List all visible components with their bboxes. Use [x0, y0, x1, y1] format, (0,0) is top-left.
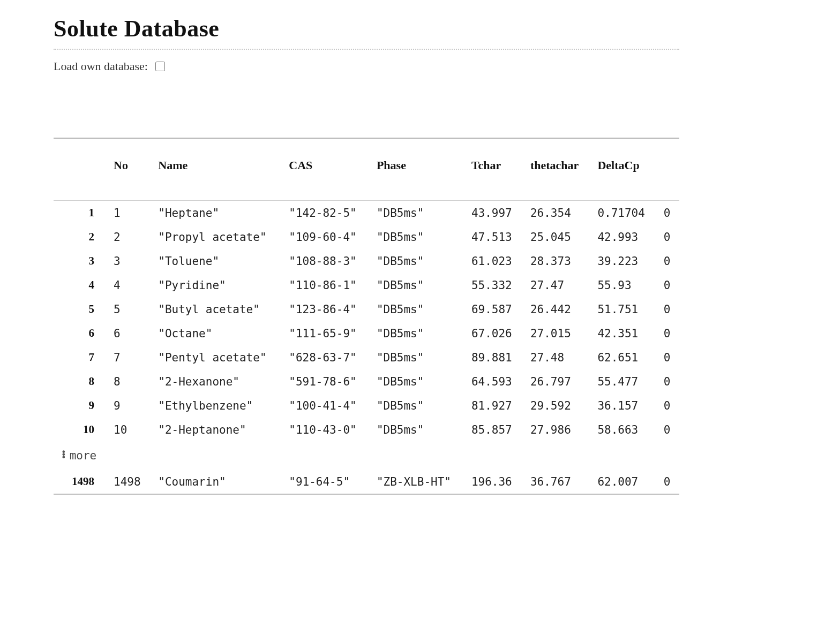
- cell-no: 10: [106, 418, 151, 442]
- table-more-row[interactable]: •••more: [54, 442, 679, 470]
- col-header-tchar[interactable]: Tchar: [464, 139, 523, 201]
- cell-no: 6: [106, 321, 151, 345]
- cell-tchar: 81.927: [464, 394, 523, 418]
- cell-tchar: 64.593: [464, 369, 523, 394]
- cell-deltacp: 51.751: [590, 297, 656, 321]
- page: Solute Database Load own database: No Na…: [0, 0, 733, 516]
- cell-extra: 0: [656, 297, 679, 321]
- cell-no: 4: [106, 273, 151, 297]
- cell-phase: "DB5ms": [369, 418, 464, 442]
- cell-no: 1: [106, 201, 151, 225]
- table-more-cell[interactable]: •••more: [54, 442, 679, 470]
- load-own-database-label: Load own database:: [54, 59, 148, 73]
- cell-thetachar: 26.442: [523, 297, 590, 321]
- table-bottom-rule: [54, 494, 679, 495]
- vertical-ellipsis-icon: •••: [61, 451, 66, 459]
- table-row: 66"Octane""111-65-9""DB5ms"67.02627.0154…: [54, 321, 679, 345]
- col-header-index: [54, 139, 106, 201]
- cell-no: 3: [106, 249, 151, 273]
- table-row: 88"2-Hexanone""591-78-6""DB5ms"64.59326.…: [54, 369, 679, 394]
- cell-phase: "DB5ms": [369, 369, 464, 394]
- cell-name: "Pyridine": [151, 273, 281, 297]
- cell-thetachar: 27.48: [523, 345, 590, 369]
- title-separator: [54, 49, 679, 50]
- cell-extra: 0: [656, 418, 679, 442]
- cell-deltacp: 36.157: [590, 394, 656, 418]
- cell-extra: 0: [656, 345, 679, 369]
- cell-cas: "111-65-9": [281, 321, 369, 345]
- cell-name: "Pentyl acetate": [151, 345, 281, 369]
- row-index: 2: [54, 225, 106, 249]
- cell-no: 8: [106, 369, 151, 394]
- cell-tchar: 61.023: [464, 249, 523, 273]
- cell-extra: 0: [656, 249, 679, 273]
- load-own-database-control: Load own database:: [54, 59, 679, 73]
- cell-phase: "DB5ms": [369, 394, 464, 418]
- cell-name: "Coumarin": [151, 470, 281, 494]
- cell-name: "Octane": [151, 321, 281, 345]
- table-header: No Name CAS Phase Tchar thetachar DeltaC…: [54, 139, 679, 201]
- cell-phase: "DB5ms": [369, 273, 464, 297]
- cell-tchar: 69.587: [464, 297, 523, 321]
- cell-cas: "109-60-4": [281, 225, 369, 249]
- cell-deltacp: 55.477: [590, 369, 656, 394]
- cell-name: "2-Heptanone": [151, 418, 281, 442]
- cell-deltacp: 55.93: [590, 273, 656, 297]
- cell-cas: "123-86-4": [281, 297, 369, 321]
- col-header-deltacp[interactable]: DeltaCp: [590, 139, 656, 201]
- col-header-phase[interactable]: Phase: [369, 139, 464, 201]
- more-label[interactable]: more: [70, 449, 97, 462]
- cell-cas: "91-64-5": [281, 470, 369, 494]
- row-index: 3: [54, 249, 106, 273]
- cell-tchar: 196.36: [464, 470, 523, 494]
- row-index: 1498: [54, 470, 106, 494]
- cell-deltacp: 0.71704: [590, 201, 656, 225]
- row-index: 4: [54, 273, 106, 297]
- cell-phase: "DB5ms": [369, 297, 464, 321]
- cell-deltacp: 42.351: [590, 321, 656, 345]
- cell-phase: "DB5ms": [369, 345, 464, 369]
- cell-name: "Propyl acetate": [151, 225, 281, 249]
- cell-name: "2-Hexanone": [151, 369, 281, 394]
- cell-cas: "628-63-7": [281, 345, 369, 369]
- cell-no: 1498: [106, 470, 151, 494]
- cell-thetachar: 27.015: [523, 321, 590, 345]
- col-header-no[interactable]: No: [106, 139, 151, 201]
- cell-no: 2: [106, 225, 151, 249]
- cell-phase: "DB5ms": [369, 225, 464, 249]
- cell-cas: "591-78-6": [281, 369, 369, 394]
- solute-table: No Name CAS Phase Tchar thetachar DeltaC…: [54, 139, 679, 494]
- row-index: 1: [54, 201, 106, 225]
- cell-tchar: 85.857: [464, 418, 523, 442]
- table-row: 14981498"Coumarin""91-64-5""ZB-XLB-HT"19…: [54, 470, 679, 494]
- cell-cas: "142-82-5": [281, 201, 369, 225]
- row-index: 8: [54, 369, 106, 394]
- table-row: 99"Ethylbenzene""100-41-4""DB5ms"81.9272…: [54, 394, 679, 418]
- cell-extra: 0: [656, 394, 679, 418]
- load-own-database-checkbox[interactable]: [155, 62, 165, 71]
- col-header-name[interactable]: Name: [151, 139, 281, 201]
- col-header-cas[interactable]: CAS: [281, 139, 369, 201]
- row-index: 10: [54, 418, 106, 442]
- cell-name: "Butyl acetate": [151, 297, 281, 321]
- table-row: 1010"2-Heptanone""110-43-0""DB5ms"85.857…: [54, 418, 679, 442]
- cell-name: "Ethylbenzene": [151, 394, 281, 418]
- table-row: 44"Pyridine""110-86-1""DB5ms"55.33227.47…: [54, 273, 679, 297]
- col-header-thetachar[interactable]: thetachar: [523, 139, 590, 201]
- cell-no: 5: [106, 297, 151, 321]
- cell-tchar: 67.026: [464, 321, 523, 345]
- cell-extra: 0: [656, 369, 679, 394]
- cell-extra: 0: [656, 470, 679, 494]
- cell-thetachar: 26.797: [523, 369, 590, 394]
- cell-phase: "DB5ms": [369, 201, 464, 225]
- cell-no: 7: [106, 345, 151, 369]
- table-body: 11"Heptane""142-82-5""DB5ms"43.99726.354…: [54, 201, 679, 494]
- row-index: 5: [54, 297, 106, 321]
- cell-cas: "110-43-0": [281, 418, 369, 442]
- table-row: 33"Toluene""108-88-3""DB5ms"61.02328.373…: [54, 249, 679, 273]
- cell-tchar: 55.332: [464, 273, 523, 297]
- table-row: 22"Propyl acetate""109-60-4""DB5ms"47.51…: [54, 225, 679, 249]
- table-row: 77"Pentyl acetate""628-63-7""DB5ms"89.88…: [54, 345, 679, 369]
- cell-thetachar: 36.767: [523, 470, 590, 494]
- cell-name: "Heptane": [151, 201, 281, 225]
